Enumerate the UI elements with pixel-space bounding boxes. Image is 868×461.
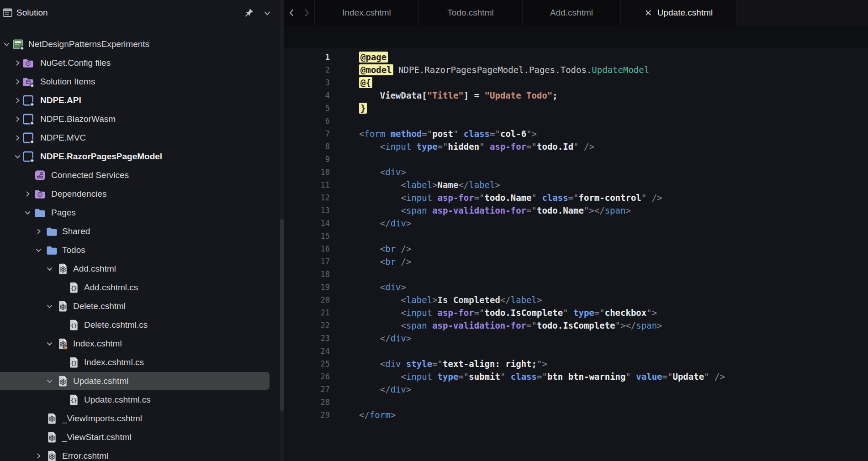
code-text: </div> [330,383,411,396]
tree-item-pages[interactable]: Pages [0,203,280,222]
chevron-down-icon[interactable] [263,9,271,17]
code-text: <input asp-for="todo.IsComplete" type="c… [330,306,657,319]
tree-item-index-cshtml[interactable]: Index.cshtml [0,334,280,353]
line-number[interactable]: 19 [284,281,330,293]
tree-item-label: NDPE.BlazorWasm [40,114,116,124]
line-number[interactable]: 25 [284,357,330,370]
line-number[interactable]: 16 [284,242,330,255]
line-number[interactable]: 5 [284,102,330,115]
line-number[interactable]: 14 [284,217,330,230]
tab-add-cshtml[interactable]: Add.cshtml [522,0,620,26]
line-number[interactable]: 8 [284,140,330,153]
tab-update-cshtml[interactable]: Update.cshtml [620,0,736,26]
back-arrow-icon[interactable] [286,7,297,18]
chevron-down-icon[interactable] [24,209,32,216]
tab-todo-cshtml[interactable]: Todo.cshtml [418,0,522,26]
code-token: input [385,141,417,152]
line-number[interactable]: 11 [284,178,330,191]
line-number[interactable]: 20 [284,293,330,306]
tree-item-solution-items[interactable]: Solution Items [0,72,280,91]
chevron-right-icon[interactable] [35,452,42,460]
code-text: <br /> [330,255,411,268]
code-token: > [401,167,406,177]
line-number[interactable]: 17 [284,255,330,268]
line-number[interactable]: 22 [284,319,330,332]
tree-item-add-cshtml[interactable]: Add.cshtml [0,259,280,278]
tree-item-index-cshtml-cs[interactable]: {}Index.cshtml.cs [0,353,280,372]
chevron-down-icon[interactable] [3,40,11,48]
code-token: label [406,180,432,190]
line-number[interactable]: 1 [284,51,330,63]
code-token: hidden [448,141,480,152]
tree-item-update-cshtml-cs[interactable]: {}Update.cshtml.cs [0,390,280,409]
line-number[interactable]: 10 [284,166,330,178]
tree-item-connected-services[interactable]: Connected Services [0,166,280,184]
line-number[interactable]: 27 [284,383,330,396]
chevron-right-icon[interactable] [24,190,32,198]
chevron-right-icon[interactable] [14,59,21,67]
tree-item-ndpe-mvc[interactable]: NDPE.MVC [0,128,280,147]
line-number[interactable]: 3 [284,76,330,89]
code-token: =" [662,372,673,382]
chevron-right-icon[interactable] [14,78,21,85]
tree-item-update-cshtml[interactable]: Update.cshtml [0,372,280,390]
code-token: "Update Todo" [485,90,553,100]
code-token: > [625,205,630,215]
sidebar-scrollbar[interactable] [280,219,284,411]
chevron-right-icon[interactable] [14,96,21,104]
tree-item-viewimports-cshtml[interactable]: _ViewImports.cshtml [0,409,280,428]
forward-arrow-icon[interactable] [301,7,312,18]
chevron-down-icon[interactable] [14,152,21,160]
code-line: 16 <br /> [284,242,868,255]
tree-item-ndpe-razorpagespagemodel[interactable]: NDPE.RazorPagesPageModel [0,147,280,166]
tree-item-label: Delete.cshtml [73,301,126,311]
tree-item-shared[interactable]: Shared [0,222,280,241]
line-number[interactable]: 7 [284,127,330,140]
pin-icon[interactable] [244,8,254,18]
tree-item-error-cshtml[interactable]: Error.cshtml [0,446,280,461]
tree-item-add-cshtml-cs[interactable]: {}Add.cshtml.cs [0,278,280,297]
code-editor[interactable]: 1@page2@model NDPE.RazorPagesPageModel.P… [284,48,868,461]
line-number[interactable]: 29 [284,409,330,421]
code-line: 22 <span asp-validation-for="todo.IsComp… [284,319,868,332]
code-line: 8 <input type="hidden" asp-for="todo.Id"… [284,140,868,153]
chevron-down-icon[interactable] [46,340,53,347]
tree-item-netdesignpatternsexperiments[interactable]: NetDesignPatternsExperiments [0,35,280,53]
code-token: value [636,372,662,382]
tree-item-ndpe-blazorwasm[interactable]: NDPE.BlazorWasm [0,110,280,128]
code-token: =" [438,141,448,152]
tree-item-dependencies[interactable]: Dependencies [0,184,280,203]
line-number[interactable]: 6 [284,115,330,127]
tree-item-todos[interactable]: Todos [0,241,280,259]
tree-item-delete-cshtml[interactable]: Delete.cshtml [0,297,280,315]
chevron-right-icon[interactable] [14,134,21,141]
line-number[interactable]: 26 [284,370,330,383]
chevron-down-icon[interactable] [46,265,53,272]
line-number[interactable]: 13 [284,204,330,217]
tree-item-nuget-config-files[interactable]: NuGet.Config files [0,53,280,72]
line-number[interactable]: 23 [284,332,330,345]
tab-index-cshtml[interactable]: Index.cshtml [314,0,418,26]
chevron-down-icon[interactable] [35,246,42,254]
line-number[interactable]: 15 [284,230,330,242]
chevron-down-icon[interactable] [46,377,53,385]
line-number[interactable]: 21 [284,306,330,319]
chevron-right-icon[interactable] [14,115,21,123]
close-icon[interactable] [644,9,652,17]
line-number[interactable]: 28 [284,396,330,409]
line-number[interactable]: 12 [284,191,330,204]
code-token: > [406,218,411,228]
line-number[interactable]: 9 [284,153,330,166]
code-line: 23 </div> [284,332,868,345]
line-number[interactable]: 4 [284,89,330,102]
tree-item-delete-cshtml-cs[interactable]: {}Delete.cshtml.cs [0,315,280,334]
tree-item-label: NetDesignPatternsExperiments [28,39,149,49]
tree-item-ndpe-api[interactable]: NDPE.API [0,91,280,110]
chevron-right-icon[interactable] [35,227,42,235]
tree-item-viewstart-cshtml[interactable]: _ViewStart.cshtml [0,428,280,446]
line-number[interactable]: 24 [284,345,330,357]
line-number[interactable]: 18 [284,268,330,281]
code-token: < [359,129,364,139]
chevron-down-icon[interactable] [46,302,53,310]
line-number[interactable]: 2 [284,63,330,76]
